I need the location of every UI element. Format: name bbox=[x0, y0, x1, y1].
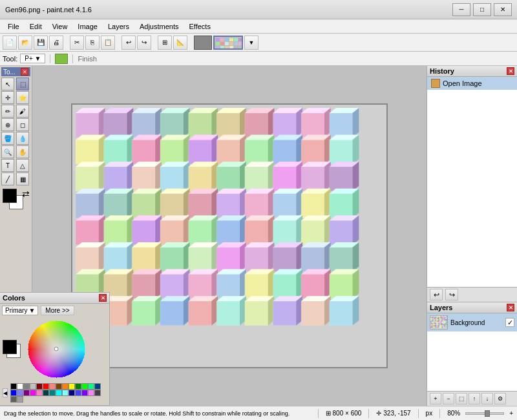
palette-color-22[interactable] bbox=[62, 390, 69, 396]
palette-color-27[interactable] bbox=[94, 390, 101, 396]
palette-color-3[interactable] bbox=[30, 383, 36, 390]
palette-color-26[interactable] bbox=[88, 390, 94, 396]
redo-button[interactable]: ↪ bbox=[137, 36, 151, 50]
zoom-in-icon[interactable]: + bbox=[509, 410, 513, 417]
minimize-button[interactable]: ─ bbox=[452, 3, 470, 16]
grid-button[interactable]: ⊞ bbox=[158, 36, 172, 50]
palette-color-7[interactable] bbox=[56, 383, 62, 390]
open-button[interactable]: 📂 bbox=[18, 36, 32, 50]
palette-color-13[interactable] bbox=[94, 383, 101, 390]
foreground-color-swatch[interactable] bbox=[3, 340, 17, 354]
more-colors-button[interactable]: More >> bbox=[41, 306, 74, 315]
undo-history-button[interactable]: ↩ bbox=[430, 289, 443, 300]
palette-prev-button[interactable]: ◀ bbox=[3, 388, 8, 397]
palette-color-25[interactable] bbox=[81, 390, 88, 396]
text-tool[interactable]: T bbox=[1, 159, 14, 172]
palette-color-19[interactable] bbox=[43, 390, 49, 396]
menu-view[interactable]: View bbox=[47, 21, 73, 32]
svg-rect-11 bbox=[234, 42, 238, 45]
foreground-swatch[interactable] bbox=[3, 189, 17, 203]
history-item[interactable]: Open Image bbox=[427, 77, 517, 90]
history-close-button[interactable]: ✕ bbox=[507, 67, 514, 75]
color-pick-tool[interactable]: 💧 bbox=[16, 132, 29, 145]
zoom-thumb[interactable] bbox=[485, 410, 490, 417]
palette-color-9[interactable] bbox=[69, 383, 75, 390]
redo-history-button[interactable]: ↪ bbox=[445, 289, 458, 300]
maximize-button[interactable]: □ bbox=[473, 3, 491, 16]
shape-tool[interactable]: △ bbox=[16, 159, 29, 172]
print-button[interactable]: 🖨 bbox=[49, 36, 63, 50]
move-tool[interactable]: ✛ bbox=[1, 91, 14, 104]
fill-tool[interactable]: 🪣 bbox=[1, 132, 14, 145]
palette-color-12[interactable] bbox=[88, 383, 94, 390]
menu-file[interactable]: File bbox=[3, 21, 25, 32]
toolbox-close[interactable]: ✕ bbox=[21, 68, 28, 76]
color-mode-dropdown[interactable]: Primary ▼ bbox=[2, 306, 38, 315]
palette-color-28[interactable] bbox=[10, 396, 17, 403]
palette-color-0[interactable] bbox=[10, 383, 17, 390]
palette-color-10[interactable] bbox=[75, 383, 81, 390]
layer-properties-button[interactable]: ⚙ bbox=[494, 393, 506, 404]
layer-visibility-checkbox[interactable]: ✓ bbox=[505, 318, 514, 327]
tool-selector[interactable]: P+ ▼ bbox=[20, 54, 45, 63]
palette-color-11[interactable] bbox=[81, 383, 88, 390]
pencil-tool[interactable]: ✏ bbox=[1, 105, 14, 118]
color-wheel[interactable] bbox=[27, 320, 85, 378]
pan-tool[interactable]: ✋ bbox=[16, 145, 29, 158]
move-layer-down-button[interactable]: ↓ bbox=[481, 393, 493, 404]
image-preview-2[interactable] bbox=[213, 36, 243, 50]
layer-thumb-canvas bbox=[430, 316, 448, 330]
lasso-tool[interactable]: ⬚ bbox=[16, 78, 29, 90]
palette-color-15[interactable] bbox=[17, 390, 23, 396]
save-button[interactable]: 💾 bbox=[34, 36, 48, 50]
close-button[interactable]: ✕ bbox=[494, 3, 512, 16]
palette-color-21[interactable] bbox=[56, 390, 62, 396]
menu-adjustments[interactable]: Adjustments bbox=[134, 21, 184, 32]
color-wheel-canvas[interactable] bbox=[27, 320, 85, 378]
menu-effects[interactable]: Effects bbox=[184, 21, 216, 32]
move-layer-up-button[interactable]: ↑ bbox=[469, 393, 480, 404]
palette-color-5[interactable] bbox=[43, 383, 49, 390]
palette-color-4[interactable] bbox=[36, 383, 43, 390]
undo-button[interactable]: ↩ bbox=[121, 36, 136, 50]
palette-color-1[interactable] bbox=[17, 383, 23, 390]
cut-button[interactable]: ✂ bbox=[70, 36, 84, 50]
palette-color-20[interactable] bbox=[49, 390, 56, 396]
palette-color-2[interactable] bbox=[23, 383, 30, 390]
ruler-button[interactable]: 📐 bbox=[173, 36, 187, 50]
menu-image[interactable]: Image bbox=[72, 21, 103, 32]
delete-layer-button[interactable]: − bbox=[443, 393, 454, 404]
palette-color-18[interactable] bbox=[36, 390, 43, 396]
gradient-tool[interactable]: ▦ bbox=[16, 173, 29, 185]
menu-layers[interactable]: Layers bbox=[103, 21, 134, 32]
swap-colors-button[interactable]: ⇄ bbox=[22, 189, 30, 199]
palette-color-29[interactable] bbox=[17, 396, 23, 403]
select-tool[interactable]: ↖ bbox=[1, 78, 14, 90]
clone-tool[interactable]: ⊕ bbox=[1, 118, 14, 131]
palette-color-8[interactable] bbox=[62, 383, 69, 390]
layers-close-button[interactable]: ✕ bbox=[507, 304, 514, 311]
copy-button[interactable]: ⎘ bbox=[85, 36, 100, 50]
menu-edit[interactable]: Edit bbox=[25, 21, 47, 32]
zoom-slider[interactable] bbox=[465, 412, 504, 415]
palette-color-23[interactable] bbox=[69, 390, 75, 396]
palette-color-14[interactable] bbox=[10, 390, 17, 396]
zoom-tool[interactable]: 🔍 bbox=[1, 145, 14, 158]
line-tool[interactable]: ╱ bbox=[1, 173, 14, 185]
magic-wand-tool[interactable]: ⭐ bbox=[16, 91, 29, 104]
duplicate-layer-button[interactable]: ⬚ bbox=[456, 393, 467, 404]
layer-item[interactable]: Background ✓ bbox=[427, 313, 517, 331]
colors-close-button[interactable]: ✕ bbox=[99, 294, 107, 302]
palette-color-17[interactable] bbox=[30, 390, 36, 396]
palette-color-6[interactable] bbox=[49, 383, 56, 390]
new-button[interactable]: 📄 bbox=[3, 36, 17, 50]
add-layer-button[interactable]: + bbox=[430, 393, 441, 404]
paste-button[interactable]: 📋 bbox=[101, 36, 115, 50]
drawing-canvas[interactable] bbox=[72, 105, 386, 367]
expand-button[interactable]: ▼ bbox=[244, 36, 258, 50]
palette-color-24[interactable] bbox=[75, 390, 81, 396]
image-preview-1[interactable] bbox=[194, 36, 212, 50]
eraser-tool[interactable]: ◻ bbox=[16, 118, 29, 131]
palette-color-16[interactable] bbox=[23, 390, 30, 396]
brush-tool[interactable]: 🖌 bbox=[16, 105, 29, 118]
